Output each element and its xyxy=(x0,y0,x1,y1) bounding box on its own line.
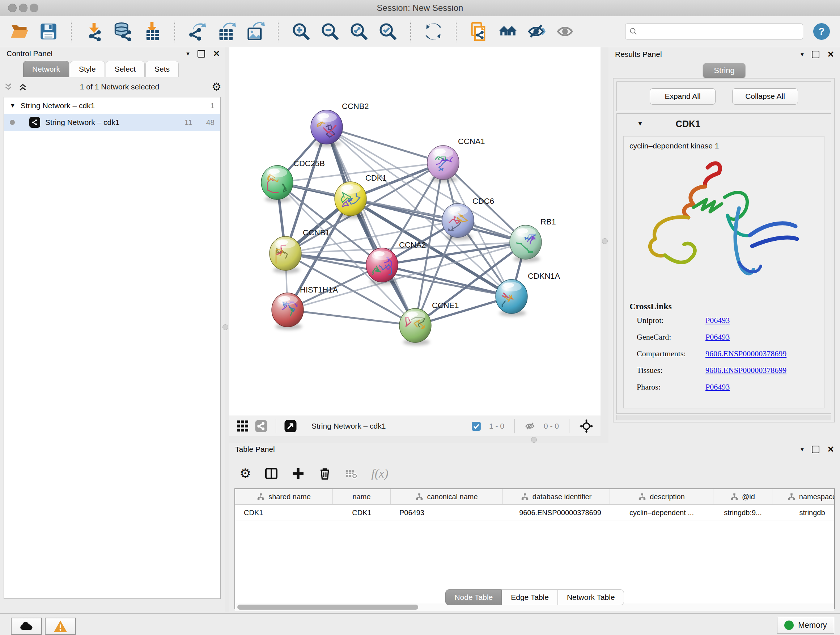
table-cell[interactable]: stringdb:9... xyxy=(714,505,772,521)
add-column-icon[interactable] xyxy=(292,467,305,480)
zoom-fit-icon[interactable] xyxy=(349,22,368,41)
column-header-name[interactable]: name xyxy=(333,489,391,504)
save-session-icon[interactable] xyxy=(39,22,58,41)
help-button[interactable]: ? xyxy=(813,23,830,40)
delete-column-icon[interactable] xyxy=(318,467,332,480)
tab-edge-table[interactable]: Edge Table xyxy=(502,589,558,605)
tab-select[interactable]: Select xyxy=(106,61,145,77)
collection-caret-icon[interactable]: ▼ xyxy=(10,103,16,109)
results-scrollbar[interactable] xyxy=(616,415,831,420)
search-input[interactable] xyxy=(641,27,787,36)
cloud-button[interactable] xyxy=(11,618,42,635)
delete-table-icon[interactable] xyxy=(345,467,357,480)
crosslink-link[interactable]: P06493 xyxy=(706,316,729,325)
column-header-canonical-name[interactable]: canonical name xyxy=(391,489,503,504)
crosslink-link[interactable]: 9606.ENSP00000378699 xyxy=(706,366,786,375)
hidden-eye-icon[interactable] xyxy=(525,421,536,432)
network-node-CDC6[interactable] xyxy=(442,203,474,238)
crosslink-link[interactable]: P06493 xyxy=(706,382,729,392)
splitter-handle[interactable] xyxy=(602,238,608,244)
network-graph[interactable]: CCNB2CCNA1CDC25BCDK1CDC6RB1CCNB1CCNA2CDK… xyxy=(229,47,600,416)
network-node-CDK1[interactable] xyxy=(335,182,366,216)
search-box[interactable] xyxy=(625,24,803,40)
network-node-HIST1H1A[interactable] xyxy=(272,293,303,327)
close-panel-icon[interactable]: ✕ xyxy=(827,445,834,454)
panel-menu-icon[interactable]: ▾ xyxy=(186,50,189,57)
clone-network-icon[interactable] xyxy=(470,22,488,41)
tab-sets[interactable]: Sets xyxy=(145,61,179,77)
zoom-out-icon[interactable] xyxy=(321,22,339,41)
show-columns-icon[interactable] xyxy=(265,467,278,480)
network-node-CCNA1[interactable] xyxy=(427,146,459,180)
table-cell[interactable]: stringdb xyxy=(772,505,835,521)
crosslink-link[interactable]: P06493 xyxy=(706,333,729,342)
warning-button[interactable] xyxy=(45,618,76,635)
table-cell[interactable]: cyclin–dependent ... xyxy=(610,505,714,521)
tab-network-table[interactable]: Network Table xyxy=(558,589,624,605)
grid-view-icon[interactable] xyxy=(237,420,249,432)
vertical-splitter-right[interactable] xyxy=(600,47,608,443)
import-table-icon[interactable] xyxy=(142,22,161,41)
hide-selected-eye-icon[interactable] xyxy=(527,22,546,41)
table-row[interactable]: CDK1CDK1P064939606.ENSP00000378699cyclin… xyxy=(235,505,834,521)
panel-menu-icon[interactable]: ▾ xyxy=(801,51,804,58)
network-thumbnail-icon[interactable] xyxy=(255,420,268,432)
panel-menu-icon[interactable]: ▾ xyxy=(801,446,804,453)
memory-button[interactable]: Memory xyxy=(777,617,834,633)
section-caret-icon[interactable]: ▼ xyxy=(637,120,643,127)
open-session-icon[interactable] xyxy=(10,22,29,41)
column-header-namespace[interactable]: namespace xyxy=(772,489,835,504)
network-row[interactable]: String Network – cdk1 11 48 xyxy=(4,114,220,131)
network-canvas[interactable]: CCNB2CCNA1CDC25BCDK1CDC6RB1CCNB1CCNA2CDK… xyxy=(229,47,600,416)
table-settings-gear-icon[interactable]: ⚙ xyxy=(240,467,251,480)
show-all-eye-icon[interactable] xyxy=(556,22,575,41)
collapse-all-button[interactable]: Collapse All xyxy=(732,88,798,105)
export-table-icon[interactable] xyxy=(217,22,236,41)
table-cell[interactable]: CDK1 xyxy=(333,505,391,521)
tab-node-table[interactable]: Node Table xyxy=(445,589,502,605)
column-header-shared-name[interactable]: shared name xyxy=(235,489,333,504)
function-builder-icon[interactable]: f(x) xyxy=(371,467,388,480)
column-header-database-identifier[interactable]: database identifier xyxy=(503,489,610,504)
tab-network[interactable]: Network xyxy=(23,61,69,77)
table-cell[interactable]: CDK1 xyxy=(235,505,333,521)
tab-style[interactable]: Style xyxy=(70,61,105,77)
network-node-CCNB2[interactable] xyxy=(311,110,343,144)
scrollbar-thumb[interactable] xyxy=(237,605,418,610)
crosslink-link[interactable]: 9606.ENSP00000378699 xyxy=(706,349,786,358)
network-node-CDC25B[interactable] xyxy=(261,165,293,200)
close-panel-icon[interactable]: ✕ xyxy=(827,50,834,59)
network-node-RB1[interactable] xyxy=(510,225,542,259)
collapse-all-icon[interactable] xyxy=(4,82,13,92)
network-node-CCNE1[interactable] xyxy=(399,309,431,342)
splitter-handle[interactable] xyxy=(223,325,228,330)
detach-view-icon[interactable] xyxy=(284,420,297,432)
float-panel-icon[interactable] xyxy=(812,51,819,58)
expand-all-icon[interactable] xyxy=(18,82,27,92)
import-network-file-icon[interactable] xyxy=(85,22,103,41)
zoom-selected-icon[interactable] xyxy=(378,22,397,41)
table-cell[interactable]: P06493 xyxy=(391,505,503,521)
column-header-@id[interactable]: @id xyxy=(714,489,772,504)
export-image-icon[interactable] xyxy=(246,22,265,41)
close-panel-icon[interactable]: ✕ xyxy=(213,50,220,58)
expand-all-button[interactable]: Expand All xyxy=(650,88,715,105)
refresh-icon[interactable] xyxy=(424,22,443,41)
float-panel-icon[interactable] xyxy=(197,50,205,57)
network-node-CCNB1[interactable] xyxy=(270,236,302,271)
export-network-icon[interactable] xyxy=(188,22,207,41)
birdseye-navigator-icon[interactable] xyxy=(579,419,593,433)
gear-icon[interactable]: ⚙ xyxy=(212,81,221,92)
float-panel-icon[interactable] xyxy=(812,446,819,453)
table-cell[interactable]: 9606.ENSP00000378699 xyxy=(503,505,610,521)
cybrowser-home-icon[interactable] xyxy=(499,22,517,41)
network-node-CCNA2[interactable] xyxy=(366,248,398,282)
import-network-database-icon[interactable] xyxy=(114,22,133,41)
selected-checkbox-icon[interactable] xyxy=(471,421,481,431)
tab-string[interactable]: String xyxy=(703,63,745,78)
zoom-in-icon[interactable] xyxy=(292,22,310,41)
network-collection-row[interactable]: ▼ String Network – cdk1 1 xyxy=(4,97,220,114)
network-edge[interactable] xyxy=(327,127,443,163)
network-node-CDKN1A[interactable] xyxy=(496,279,527,314)
column-header-description[interactable]: description xyxy=(610,489,714,504)
